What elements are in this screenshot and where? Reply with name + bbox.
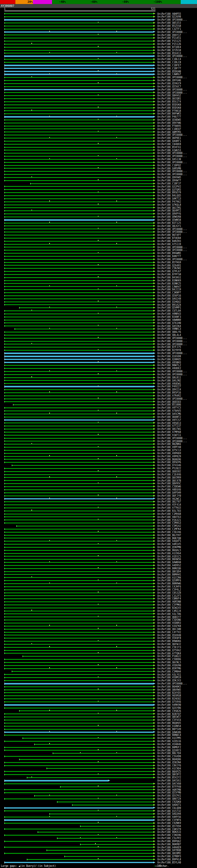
hit-row[interactable]: UniRef100_Q6CRR9: [0, 476, 197, 479]
hit-row[interactable]: UniRef100_Q4QRF1: [0, 140, 197, 143]
hit-row[interactable]: UniRef100_Q5WN58: [0, 218, 197, 221]
hit-row[interactable]: UniRef100_Q761H0: [0, 321, 197, 324]
hit-row[interactable]: UniRef100_C5FMK6: [0, 603, 197, 607]
hit-row[interactable]: UniRef100_Q1HQU2: [0, 300, 197, 303]
hit-row[interactable]: UniRef100_UPI0000...: [0, 682, 197, 685]
hit-row[interactable]: UniRef100_UPI0000...: [0, 173, 197, 176]
hit-row[interactable]: UniRef100_A4RK90: [0, 703, 197, 706]
hit-row[interactable]: UniRef100_C8VJY6: [0, 764, 197, 767]
hit-row[interactable]: UniRef100_B4LQQ5: [0, 194, 197, 197]
hit-row[interactable]: UniRef100_C4Y7V2: [0, 630, 197, 634]
hit-row[interactable]: UniRef100_Q4U248: [0, 297, 197, 300]
hit-row[interactable]: UniRef100_C1BLC4: [0, 58, 197, 61]
hit-row[interactable]: UniRef100_Q4S5K4: [0, 324, 197, 328]
hit-row[interactable]: UniRef100_Q56P16: [0, 294, 197, 297]
hit-row[interactable]: UniRef100_Q62787: [0, 500, 197, 503]
hit-row[interactable]: UniRef100_B9W6K6: [0, 640, 197, 643]
hit-row[interactable]: UniRef100_Q8L4L4: [0, 334, 197, 337]
hit-row[interactable]: UniRef100_C0NVF4: [0, 597, 197, 600]
hit-row[interactable]: UniRef100_P21451: [0, 37, 197, 40]
hit-row[interactable]: UniRef100_Q7ZU10: [0, 49, 197, 52]
hit-row[interactable]: UniRef100_Q4GJN2: [0, 379, 197, 382]
hit-row[interactable]: UniRef100_B5YLA0: [0, 861, 197, 864]
hit-row[interactable]: UniRef100_Q6CIW0: [0, 627, 197, 630]
hit-row[interactable]: UniRef100_B0Y549: [0, 727, 197, 731]
hit-row[interactable]: UniRef100_B6HQ86: [0, 758, 197, 761]
hit-row[interactable]: UniRef100_B4KFT7: [0, 255, 197, 258]
hit-row[interactable]: UniRef100_P26321: [0, 519, 197, 522]
hit-row[interactable]: UniRef100_A1CK64: [0, 552, 197, 555]
hit-row[interactable]: UniRef100_A4QXF5: [0, 540, 197, 543]
hit-row[interactable]: UniRef100_Q9W5R8: [0, 216, 197, 219]
hit-row[interactable]: UniRef100_B7FJ75: [0, 346, 197, 349]
hit-row[interactable]: UniRef100_B3LT83: [0, 509, 197, 513]
hit-row[interactable]: UniRef100_B0ZNK6: [0, 443, 197, 446]
hit-row[interactable]: UniRef100_B5X413: [0, 52, 197, 55]
hit-row[interactable]: UniRef100_Q9VPY6: [0, 213, 197, 216]
hit-row[interactable]: UniRef100_C6LQD0: [0, 806, 197, 809]
hit-row[interactable]: UniRef100_A9TCS7: [0, 418, 197, 422]
hit-row[interactable]: UniRef100_Q2UMF6: [0, 579, 197, 582]
hit-row[interactable]: UniRef100_B2VYD5: [0, 691, 197, 694]
hit-row[interactable]: UniRef100_UPI0000...: [0, 352, 197, 355]
hit-row[interactable]: UniRef100_P52022: [0, 467, 197, 470]
hit-row[interactable]: UniRef100_A5AB46: [0, 743, 197, 746]
hit-row[interactable]: UniRef100_A5DM19: [0, 676, 197, 679]
hit-row[interactable]: UniRef100_A1CPM5: [0, 737, 197, 740]
hit-row[interactable]: UniRef100_Q4CV60: [0, 782, 197, 785]
hit-row[interactable]: UniRef100_Q57X94: [0, 825, 197, 828]
hit-row[interactable]: UniRef100_B3T125: [0, 221, 197, 224]
hit-row[interactable]: UniRef100_Q5KJX3: [0, 679, 197, 682]
hit-row[interactable]: UniRef100_Q5VMP1: [0, 306, 197, 309]
hit-row[interactable]: UniRef100_C1BPQ2: [0, 164, 197, 167]
hit-row[interactable]: UniRef100_B4RZH3: [0, 240, 197, 243]
hit-row[interactable]: UniRef100_P79818: [0, 109, 197, 113]
hit-row[interactable]: UniRef100_B8N0C4: [0, 734, 197, 737]
hit-row[interactable]: UniRef100_Q5A940: [0, 634, 197, 637]
hit-row[interactable]: UniRef100_B6KA33: [0, 831, 197, 834]
hit-row[interactable]: UniRef100_A7TKG5: [0, 506, 197, 509]
hit-row[interactable]: UniRef100_Q6IQB1: [0, 97, 197, 100]
hit-row[interactable]: UniRef100_A7MP68: [0, 430, 197, 434]
hit-row[interactable]: UniRef100_C4R2J4: [0, 609, 197, 613]
hit-row[interactable]: UniRef100_A1WG53: [0, 149, 197, 152]
hit-row[interactable]: UniRef100_Q5B2N4: [0, 761, 197, 764]
hit-row[interactable]: UniRef100_B8NIQ6: [0, 567, 197, 570]
hit-row[interactable]: UniRef100_Q6EE03: [0, 400, 197, 403]
hit-row[interactable]: UniRef100_Q4KT13: [0, 197, 197, 200]
hit-row[interactable]: UniRef100_C1MX68: [0, 513, 197, 516]
hit-row[interactable]: UniRef100_Q81TW1: [0, 428, 197, 431]
hit-row[interactable]: UniRef100_Q0CQD4: [0, 570, 197, 573]
hit-row[interactable]: UniRef100_C1MFK4: [0, 527, 197, 530]
hit-row[interactable]: UniRef100_Q4WG86: [0, 731, 197, 734]
hit-row[interactable]: UniRef100_Q7PL67: [0, 270, 197, 273]
hit-row[interactable]: UniRef100_C5KEH6: [0, 834, 197, 837]
hit-row[interactable]: UniRef100_Q4WBA0: [0, 561, 197, 564]
hit-row[interactable]: UniRef100_Q4S130: [0, 158, 197, 161]
hit-row[interactable]: UniRef100_A0HP55: [0, 12, 197, 16]
hit-row[interactable]: UniRef100_B9GWN5: [0, 252, 197, 255]
hit-row[interactable]: UniRef100_A5F414: [0, 503, 197, 506]
hit-row[interactable]: UniRef100_B8MAH1: [0, 573, 197, 576]
hit-row[interactable]: UniRef100_Q759A2: [0, 649, 197, 652]
hit-row[interactable]: UniRef100_B6H8K5: [0, 685, 197, 688]
hit-row[interactable]: UniRef100_Q4CUG1: [0, 779, 197, 782]
hit-row[interactable]: UniRef100_UPI0000...: [0, 373, 197, 376]
hit-row[interactable]: UniRef100_Q8IBM2: [0, 852, 197, 855]
hit-row[interactable]: UniRef100_Q55FM0: [0, 791, 197, 795]
hit-row[interactable]: UniRef100_B71DE4: [0, 45, 197, 49]
hit-row[interactable]: UniRef100_O74346: [0, 464, 197, 467]
hit-row[interactable]: UniRef100_A4H4E9: [0, 846, 197, 849]
hit-row[interactable]: UniRef100_B91AZ4: [0, 303, 197, 306]
hit-row[interactable]: UniRef100_B6JYH7: [0, 534, 197, 537]
hit-row[interactable]: UniRef100_Q8AVG2: [0, 94, 197, 97]
hit-row[interactable]: UniRef100_Q9AY17: [0, 34, 197, 37]
hit-row[interactable]: UniRef100_C5DSN6: [0, 619, 197, 622]
hit-row[interactable]: UniRef100_A6SRG8: [0, 694, 197, 698]
hit-row[interactable]: UniRef100_C1GJF5: [0, 594, 197, 597]
hit-row[interactable]: UniRef100_Q32PV2: [0, 185, 197, 188]
hit-row[interactable]: UniRef100_C5GXD0: [0, 755, 197, 758]
hit-row[interactable]: UniRef100_A8WNN9: [0, 318, 197, 321]
hit-row[interactable]: UniRef100_B5RTM6: [0, 667, 197, 670]
hit-row[interactable]: UniRef100_A2QS16: [0, 740, 197, 743]
